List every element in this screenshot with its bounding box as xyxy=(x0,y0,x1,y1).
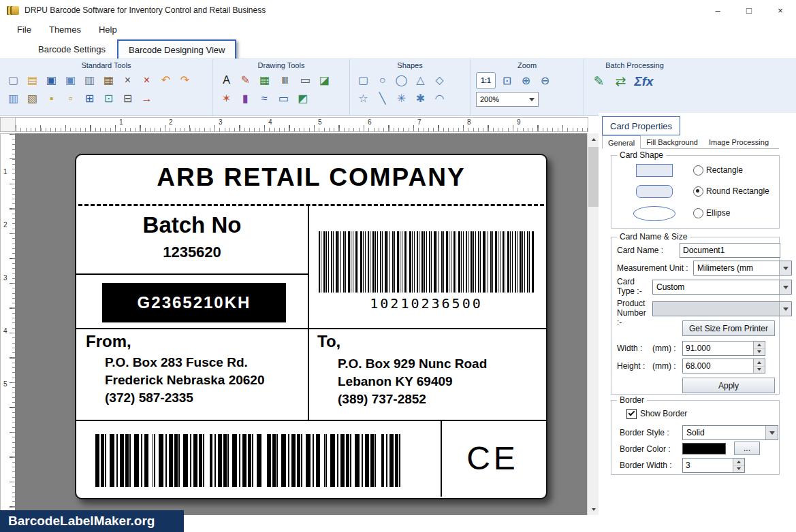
height-stepper[interactable]: 68.000 xyxy=(682,359,765,373)
starburst-shape-icon[interactable]: ✳ xyxy=(394,90,409,106)
border-style-select[interactable]: Solid xyxy=(682,425,778,440)
minimize-button[interactable]: – xyxy=(702,0,733,20)
scrollbar-thumb[interactable] xyxy=(588,147,599,207)
pencil-tool-icon[interactable]: ✎ xyxy=(238,72,253,88)
round-rectangle-radio[interactable] xyxy=(693,186,703,197)
delete-icon[interactable]: × xyxy=(139,72,155,88)
product-number-select[interactable] xyxy=(652,301,792,316)
batch-number-object[interactable]: 1235620 xyxy=(76,244,308,261)
one-to-one-icon[interactable]: 1:1 xyxy=(476,72,496,89)
vertical-scrollbar[interactable] xyxy=(587,133,599,515)
inverted-code-object[interactable]: G2365210KH xyxy=(102,283,286,322)
save-all-icon[interactable]: ▣ xyxy=(63,72,78,88)
ellipse-shape-icon[interactable]: ○ xyxy=(375,72,390,88)
paste-icon[interactable]: ▦ xyxy=(101,72,116,88)
ink-tool-icon[interactable]: ▮ xyxy=(238,90,253,106)
wave-text-tool-icon[interactable]: ≈ xyxy=(257,90,272,106)
company-name-object[interactable]: ARB RETAIL COMPANY xyxy=(76,163,546,192)
barcode-object[interactable] xyxy=(319,231,534,293)
border-color-label: Border Color : xyxy=(620,444,671,454)
menu-themes[interactable]: Themes xyxy=(40,22,90,37)
arrow-up-icon[interactable] xyxy=(754,359,765,367)
zoom-level-select[interactable]: 200% xyxy=(476,92,539,107)
cross-star-shape-icon[interactable]: ✱ xyxy=(413,90,428,106)
close-button[interactable]: × xyxy=(765,0,796,20)
redo-icon[interactable]: ↷ xyxy=(177,72,193,88)
tab-barcode-settings[interactable]: Barcode Settings xyxy=(35,44,108,54)
design-canvas[interactable]: ARB RETAIL COMPANY Batch No 1235620 G236… xyxy=(15,133,587,515)
circle-shape-icon[interactable]: ◯ xyxy=(394,72,409,88)
copy-icon[interactable]: ▥ xyxy=(82,72,97,88)
get-size-from-printer-button[interactable]: Get Size From Printer xyxy=(682,320,775,336)
card-type-select[interactable]: Custom xyxy=(652,280,792,295)
unlock-icon[interactable]: ▫ xyxy=(63,90,78,106)
preview-icon[interactable]: ⊡ xyxy=(101,90,116,106)
save-icon[interactable]: ▣ xyxy=(44,72,59,88)
show-border-checkbox[interactable] xyxy=(626,409,637,419)
ellipse-radio[interactable] xyxy=(693,208,703,218)
clipboard-paste-icon[interactable]: ▧ xyxy=(25,90,40,106)
frame-tool-icon[interactable]: ▭ xyxy=(298,72,313,88)
zoom-out-icon[interactable]: ⊖ xyxy=(537,73,553,88)
tab-fill-background[interactable]: Fill Background xyxy=(641,135,703,148)
fit-zoom-icon[interactable]: ⊡ xyxy=(499,73,515,88)
text-tool-icon[interactable]: A xyxy=(219,72,234,88)
title-bar: DRPU Barcode Software for Inventory Cont… xyxy=(0,0,796,21)
scroll-up-button[interactable] xyxy=(588,133,599,145)
zoom-row-1: 1:1⊡⊕⊖ xyxy=(476,72,578,89)
arrow-down-icon[interactable] xyxy=(754,367,765,373)
border-color-more-button[interactable]: ... xyxy=(734,442,760,455)
border-width-stepper-buttons[interactable] xyxy=(733,459,744,472)
scroll-down-button[interactable] xyxy=(588,503,599,515)
rectangle-radio[interactable] xyxy=(693,165,703,176)
print-icon[interactable]: ⊟ xyxy=(120,90,136,106)
triangle-shape-icon[interactable]: △ xyxy=(413,72,428,88)
arrow-up-icon[interactable] xyxy=(733,459,744,466)
image-tool-icon[interactable]: ▦ xyxy=(257,72,272,88)
diamond-shape-icon[interactable]: ◇ xyxy=(432,72,447,88)
zoom-in-icon[interactable]: ⊕ xyxy=(518,73,534,88)
arc-shape-icon[interactable]: ◠ xyxy=(432,90,447,106)
rounded-rectangle-shape-icon[interactable]: ▢ xyxy=(355,72,371,88)
menu-help[interactable]: Help xyxy=(90,22,126,37)
shapes-tool-icon[interactable]: ✶ xyxy=(219,90,234,106)
tab-barcode-designing-view[interactable]: Barcode Designing View xyxy=(117,39,236,60)
star-shape-icon[interactable]: ☆ xyxy=(355,90,371,106)
insert-picture-icon[interactable]: ◪ xyxy=(317,72,332,88)
border-color-swatch[interactable] xyxy=(682,443,726,454)
picture-shape-tool-icon[interactable]: ◩ xyxy=(295,90,311,106)
export-icon[interactable]: → xyxy=(139,90,155,106)
arrow-down-icon[interactable] xyxy=(754,349,765,356)
undo-icon[interactable]: ↶ xyxy=(158,72,174,88)
new-document-icon[interactable]: ▢ xyxy=(5,72,21,88)
width-stepper[interactable]: 91.000 xyxy=(682,341,765,356)
batch-export-icon[interactable]: ⇄ xyxy=(611,72,630,90)
batch-label-object[interactable]: Batch No xyxy=(76,212,308,238)
open-folder-icon[interactable]: ▤ xyxy=(25,72,40,88)
cut-icon[interactable]: × xyxy=(120,72,136,88)
height-stepper-buttons[interactable] xyxy=(753,359,765,373)
maximize-button[interactable]: □ xyxy=(733,0,765,20)
lock-icon[interactable]: ▪ xyxy=(44,90,59,106)
tab-general[interactable]: General xyxy=(602,135,641,149)
width-stepper-buttons[interactable] xyxy=(753,342,765,355)
border-style-value: Solid xyxy=(686,428,705,437)
formula-icon[interactable]: Σfx xyxy=(633,72,654,90)
batch-edit-icon[interactable]: ✎ xyxy=(590,72,608,90)
border-width-stepper[interactable]: 3 xyxy=(682,458,745,473)
rectangle-tool-icon[interactable]: ▭ xyxy=(276,90,291,106)
tab-image-processing[interactable]: Image Processing xyxy=(703,135,774,148)
barcode-tool-icon[interactable]: ||| xyxy=(276,72,294,88)
duplicate-icon[interactable]: ▥ xyxy=(5,90,21,106)
line-shape-icon[interactable]: ╲ xyxy=(375,90,390,106)
arrow-up-icon[interactable] xyxy=(754,342,765,349)
bottom-barcode-object[interactable] xyxy=(95,434,402,487)
menu-file[interactable]: File xyxy=(8,22,40,37)
apply-button[interactable]: Apply xyxy=(682,378,775,393)
card-name-input[interactable]: Document1 xyxy=(680,243,780,258)
grid-icon[interactable]: ⊞ xyxy=(82,90,97,106)
arrow-down-icon[interactable] xyxy=(733,466,744,473)
measurement-unit-select[interactable]: Milimeters (mm xyxy=(693,261,792,276)
ce-mark-object[interactable]: CE xyxy=(441,420,545,497)
label-card[interactable]: ARB RETAIL COMPANY Batch No 1235620 G236… xyxy=(75,154,547,499)
